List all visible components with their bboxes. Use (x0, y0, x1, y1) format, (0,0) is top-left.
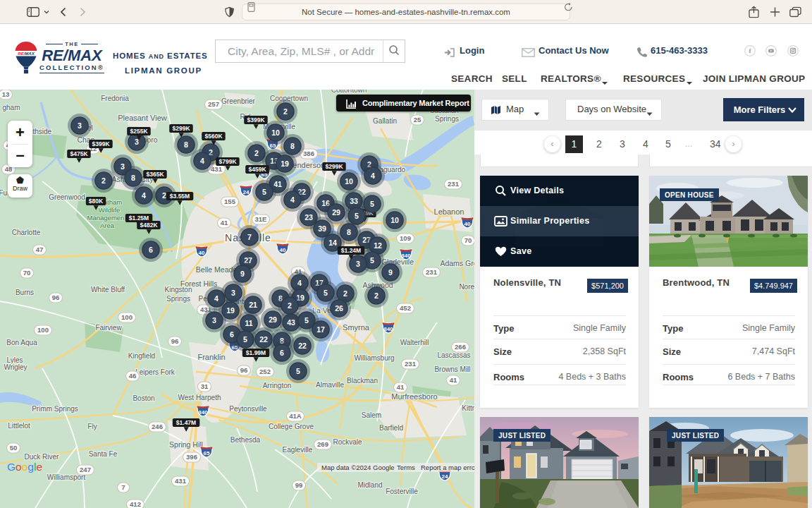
svg-text:8: 8 (347, 228, 351, 236)
svg-text:$365K: $365K (146, 171, 164, 178)
svg-text:gham: gham (2, 104, 20, 111)
svg-text:5: 5 (324, 289, 328, 297)
svg-text:$475K: $475K (70, 150, 88, 157)
svg-text:Santa Fe: Santa Fe (89, 450, 118, 458)
svg-text:5: 5 (370, 200, 374, 208)
svg-text:41A: 41A (289, 412, 302, 420)
svg-text:Cottontown: Cottontown (331, 90, 367, 94)
svg-text:West Harpeth: West Harpeth (178, 394, 221, 401)
svg-text:840: 840 (383, 326, 393, 332)
svg-text:Adams Gro: Adams Gro (440, 259, 474, 267)
svg-text:Fly: Fly (87, 423, 97, 430)
svg-text:$3.55M: $3.55M (170, 193, 190, 200)
svg-text:24: 24 (442, 473, 448, 480)
svg-text:$482K: $482K (140, 222, 158, 229)
svg-text:Gallatin: Gallatin (373, 117, 397, 125)
svg-text:39: 39 (318, 224, 326, 233)
svg-text:$459K: $459K (248, 166, 266, 173)
svg-text:Blackman: Blackman (347, 377, 378, 385)
svg-text:Barfield: Barfield (379, 424, 403, 432)
svg-text:Wrigley: Wrigley (4, 363, 27, 371)
svg-text:19: 19 (226, 306, 235, 315)
svg-text:252: 252 (259, 368, 271, 375)
svg-text:840: 840 (401, 253, 411, 259)
svg-text:Midland: Midland (357, 481, 382, 489)
svg-text:10: 10 (390, 216, 399, 224)
svg-text:Smyrna: Smyrna (343, 323, 370, 332)
svg-text:Springs: Springs (435, 115, 459, 123)
svg-text:96: 96 (240, 366, 248, 374)
svg-text:96: 96 (52, 294, 60, 301)
svg-text:$299K: $299K (325, 163, 343, 170)
svg-text:Lebanon: Lebanon (434, 207, 465, 216)
svg-text:Report a map error: Report a map error (421, 464, 474, 471)
svg-text:9: 9 (388, 268, 393, 277)
svg-text:5: 5 (262, 188, 266, 196)
svg-text:25: 25 (414, 116, 422, 123)
svg-text:$560K: $560K (204, 133, 223, 140)
svg-text:19: 19 (281, 159, 289, 168)
svg-text:2: 2 (288, 301, 292, 310)
svg-text:$799K: $799K (219, 158, 237, 165)
svg-text:College Grove: College Grove (269, 423, 314, 430)
svg-text:29: 29 (332, 208, 340, 217)
svg-text:70: 70 (465, 236, 472, 244)
svg-text:840: 840 (198, 409, 208, 416)
svg-text:109: 109 (400, 234, 411, 242)
svg-text:4: 4 (200, 157, 204, 165)
svg-text:40: 40 (280, 247, 286, 253)
svg-text:3: 3 (231, 289, 235, 297)
svg-text:2: 2 (162, 191, 166, 200)
svg-text:Bethesda: Bethesda (230, 436, 261, 444)
svg-text:$1.99M: $1.99M (246, 349, 266, 356)
svg-text:Walterhill: Walterhill (400, 339, 429, 346)
svg-text:atham: atham (104, 198, 122, 206)
svg-text:$299K: $299K (172, 125, 190, 132)
svg-text:Eagleville: Eagleville (283, 446, 313, 454)
svg-text:41: 41 (221, 219, 228, 226)
svg-text:Primm Springs: Primm Springs (32, 405, 78, 413)
svg-text:452: 452 (400, 304, 411, 312)
svg-text:13: 13 (2, 90, 10, 98)
svg-text:31E: 31E (255, 215, 267, 223)
svg-text:6: 6 (149, 246, 153, 254)
svg-text:Peytonsville: Peytonsville (229, 405, 267, 413)
svg-text:$399K: $399K (247, 116, 265, 123)
svg-text:White Bluff: White Bluff (91, 286, 125, 294)
svg-text:Leipers Fork: Leipers Fork (135, 368, 176, 376)
svg-text:65: 65 (204, 450, 210, 456)
svg-text:266: 266 (455, 343, 466, 351)
svg-text:14: 14 (328, 238, 337, 247)
svg-text:246: 246 (152, 423, 163, 430)
svg-text:231: 231 (426, 268, 438, 276)
svg-text:6: 6 (230, 330, 234, 339)
svg-text:3: 3 (212, 316, 216, 325)
svg-text:4: 4 (214, 294, 219, 303)
svg-text:269: 269 (317, 440, 328, 448)
svg-text:386: 386 (303, 150, 314, 157)
svg-text:$1.25M: $1.25M (129, 214, 149, 222)
svg-text:Google: Google (7, 461, 42, 473)
svg-text:100: 100 (121, 313, 133, 321)
svg-text:Fosterville: Fosterville (386, 488, 418, 495)
svg-text:3: 3 (135, 138, 139, 146)
svg-text:5: 5 (243, 335, 247, 344)
svg-text:Forest Hills: Forest Hills (180, 279, 218, 288)
svg-text:Boston: Boston (133, 394, 154, 402)
svg-text:Duck River: Duck River (25, 453, 60, 461)
svg-text:Littlelot: Littlelot (8, 422, 30, 430)
svg-text:23: 23 (304, 213, 313, 222)
svg-text:247: 247 (80, 466, 91, 473)
svg-text:Managemen: Managemen (87, 214, 125, 222)
svg-text:231: 231 (405, 360, 417, 368)
svg-text:Almaville: Almaville (316, 381, 344, 389)
svg-text:396: 396 (186, 453, 197, 461)
svg-text:5: 5 (296, 367, 300, 375)
svg-text:Greenbrier: Greenbrier (221, 97, 255, 105)
svg-text:Greenwood: Greenwood (49, 193, 85, 201)
svg-text:Browns Mill: Browns Mill (434, 365, 470, 373)
svg-text:99: 99 (295, 481, 303, 489)
svg-text:8: 8 (290, 142, 295, 150)
svg-text:4: 4 (371, 171, 375, 180)
svg-text:Burns: Burns (16, 289, 34, 296)
